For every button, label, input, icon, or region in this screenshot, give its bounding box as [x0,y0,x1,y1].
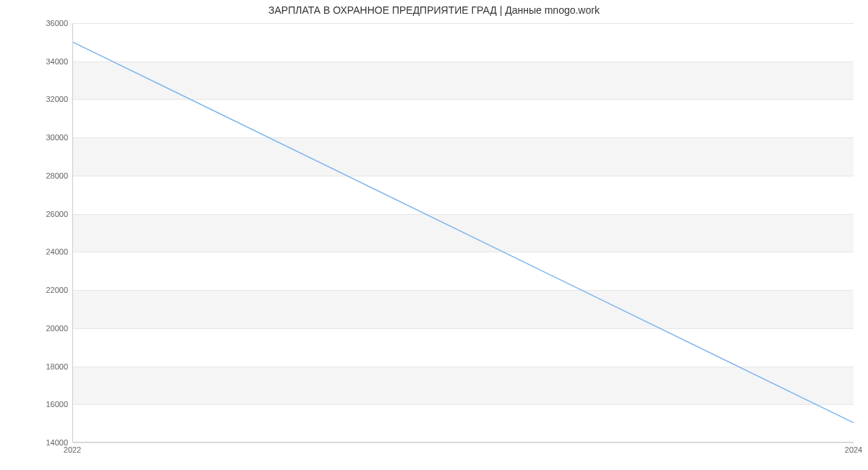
y-tick-label: 14000 [10,438,68,447]
y-tick-label: 32000 [10,95,68,103]
y-tick-label: 26000 [10,210,68,218]
y-tick-label: 34000 [10,57,68,66]
y-tick-label: 28000 [10,171,68,180]
y-tick-label: 30000 [10,133,68,142]
chart-title: ЗАРПЛАТА В ОХРАННОЕ ПРЕДПРИЯТИЕ ГРАД | Д… [0,4,868,16]
line-layer [73,23,854,442]
y-tick-label: 36000 [10,19,68,27]
y-tick-label: 16000 [10,400,68,409]
y-tick-label: 20000 [10,324,68,333]
series-line [73,42,854,422]
plot-area [72,23,854,443]
gridline [73,443,854,443]
x-tick-label: 2024 [845,445,862,454]
y-tick-label: 22000 [10,286,68,294]
x-tick-label: 2022 [64,445,81,454]
y-tick-label: 18000 [10,362,68,371]
chart-container: ЗАРПЛАТА В ОХРАННОЕ ПРЕДПРИЯТИЕ ГРАД | Д… [0,0,868,470]
y-tick-label: 24000 [10,247,68,256]
